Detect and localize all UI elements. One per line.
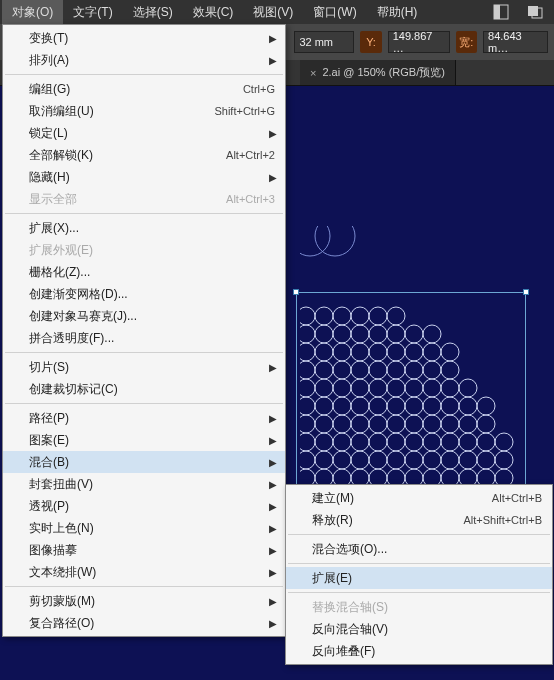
separator: [288, 534, 550, 535]
w-label: 宽:: [456, 31, 477, 53]
submenu-replace-spine: 替换混合轴(S): [286, 596, 552, 618]
submenu-release[interactable]: 释放(R)Alt+Shift+Ctrl+B: [286, 509, 552, 531]
menu-object[interactable]: 对象(O): [2, 0, 63, 25]
menu-type[interactable]: 文字(T): [63, 0, 122, 25]
menu-perspective[interactable]: 透视(P)▶: [3, 495, 285, 517]
separator: [288, 592, 550, 593]
svg-point-5: [315, 226, 355, 256]
close-icon[interactable]: ×: [310, 67, 316, 79]
separator: [5, 74, 283, 75]
menu-group[interactable]: 编组(G)Ctrl+G: [3, 78, 285, 100]
menu-select[interactable]: 选择(S): [123, 0, 183, 25]
chevron-right-icon: ▶: [269, 435, 277, 446]
menu-arrange[interactable]: 排列(A)▶: [3, 49, 285, 71]
chevron-right-icon: ▶: [269, 33, 277, 44]
y-field[interactable]: 149.867 …: [388, 31, 450, 53]
chevron-right-icon: ▶: [269, 618, 277, 629]
object-menu: 变换(T)▶ 排列(A)▶ 编组(G)Ctrl+G 取消编组(U)Shift+C…: [2, 24, 286, 637]
submenu-options[interactable]: 混合选项(O)...: [286, 538, 552, 560]
menu-envelope[interactable]: 封套扭曲(V)▶: [3, 473, 285, 495]
menu-view[interactable]: 视图(V): [243, 0, 303, 25]
separator: [5, 352, 283, 353]
menu-pattern[interactable]: 图案(E)▶: [3, 429, 285, 451]
chevron-right-icon: ▶: [269, 457, 277, 468]
submenu-reverse-front[interactable]: 反向堆叠(F): [286, 640, 552, 662]
chevron-right-icon: ▶: [269, 501, 277, 512]
layout-icon[interactable]: [487, 2, 515, 22]
menu-transform[interactable]: 变换(T)▶: [3, 27, 285, 49]
separator: [5, 586, 283, 587]
x-field[interactable]: 32 mm: [294, 31, 354, 53]
menu-help[interactable]: 帮助(H): [367, 0, 428, 25]
svg-rect-1: [494, 5, 500, 19]
w-field[interactable]: 84.643 m…: [483, 31, 548, 53]
menu-unlock-all[interactable]: 全部解锁(K)Alt+Ctrl+2: [3, 144, 285, 166]
menu-expand[interactable]: 扩展(X)...: [3, 217, 285, 239]
submenu-make[interactable]: 建立(M)Alt+Ctrl+B: [286, 487, 552, 509]
menu-expand-appearance: 扩展外观(E): [3, 239, 285, 261]
menu-ungroup[interactable]: 取消编组(U)Shift+Ctrl+G: [3, 100, 285, 122]
menubar: 对象(O) 文字(T) 选择(S) 效果(C) 视图(V) 窗口(W) 帮助(H…: [0, 0, 554, 24]
menu-lock[interactable]: 锁定(L)▶: [3, 122, 285, 144]
chevron-right-icon: ▶: [269, 362, 277, 373]
menu-image-trace[interactable]: 图像描摹▶: [3, 539, 285, 561]
menu-crop-marks[interactable]: 创建裁切标记(C): [3, 378, 285, 400]
chevron-right-icon: ▶: [269, 479, 277, 490]
submenu-reverse-spine[interactable]: 反向混合轴(V): [286, 618, 552, 640]
chevron-right-icon: ▶: [269, 172, 277, 183]
svg-point-4: [300, 226, 330, 256]
menu-gradient-mesh[interactable]: 创建渐变网格(D)...: [3, 283, 285, 305]
menu-clipping-mask[interactable]: 剪切蒙版(M)▶: [3, 590, 285, 612]
menu-flatten[interactable]: 拼合透明度(F)...: [3, 327, 285, 349]
menu-blend[interactable]: 混合(B)▶: [3, 451, 285, 473]
submenu-expand[interactable]: 扩展(E): [286, 567, 552, 589]
menu-path[interactable]: 路径(P)▶: [3, 407, 285, 429]
arrange-icon[interactable]: [521, 2, 549, 22]
chevron-right-icon: ▶: [269, 128, 277, 139]
tab-label: 2.ai @ 150% (RGB/预览): [322, 65, 444, 80]
chevron-right-icon: ▶: [269, 55, 277, 66]
chevron-right-icon: ▶: [269, 567, 277, 578]
tab-document[interactable]: × 2.ai @ 150% (RGB/预览): [300, 60, 456, 85]
chevron-right-icon: ▶: [269, 545, 277, 556]
menu-live-paint[interactable]: 实时上色(N)▶: [3, 517, 285, 539]
menu-mosaic[interactable]: 创建对象马赛克(J)...: [3, 305, 285, 327]
menu-slice[interactable]: 切片(S)▶: [3, 356, 285, 378]
handle-top-left[interactable]: [293, 289, 299, 295]
chevron-right-icon: ▶: [269, 523, 277, 534]
chevron-right-icon: ▶: [269, 413, 277, 424]
chevron-right-icon: ▶: [269, 596, 277, 607]
menu-effect[interactable]: 效果(C): [183, 0, 244, 25]
menu-text-wrap[interactable]: 文本绕排(W)▶: [3, 561, 285, 583]
menu-hide[interactable]: 隐藏(H)▶: [3, 166, 285, 188]
menu-show-all: 显示全部Alt+Ctrl+3: [3, 188, 285, 210]
y-label: Y:: [360, 31, 381, 53]
separator: [5, 213, 283, 214]
separator: [288, 563, 550, 564]
menu-window[interactable]: 窗口(W): [303, 0, 366, 25]
menu-compound-path[interactable]: 复合路径(O)▶: [3, 612, 285, 634]
menu-rasterize[interactable]: 栅格化(Z)...: [3, 261, 285, 283]
blend-submenu: 建立(M)Alt+Ctrl+B 释放(R)Alt+Shift+Ctrl+B 混合…: [285, 484, 553, 665]
handle-top-right[interactable]: [523, 289, 529, 295]
separator: [5, 403, 283, 404]
